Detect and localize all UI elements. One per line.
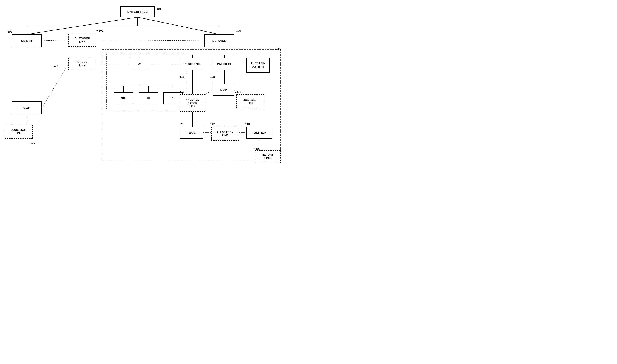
ref-104: 104: [236, 29, 241, 32]
svg-line-7: [96, 40, 204, 41]
communication-link-label: COMMUNI-CATIONLINK: [186, 99, 199, 108]
ref-109: ~ 109: [273, 47, 280, 51]
ref-112: 112: [210, 122, 215, 126]
ref-101: 101: [156, 7, 161, 11]
communication-link-box: COMMUNI-CATIONLINK: [179, 94, 205, 112]
tool-label: TOOL: [187, 131, 196, 134]
report-link-label: REPORTLINK: [262, 153, 273, 160]
svg-line-33: [42, 64, 68, 108]
ref-107: 107: [53, 64, 58, 67]
successor-link-left-label: SUCCESSORLINK: [11, 129, 27, 135]
successor-link-right-label: SUCCESSORLINK: [243, 98, 258, 104]
process-box: PROCESS: [213, 58, 236, 70]
tool-box: TOOL: [179, 127, 203, 139]
report-link-box: REPORTLINK: [255, 150, 281, 163]
svg-line-1: [137, 17, 219, 34]
successor-link-left-box: SUCCESSORLINK: [5, 125, 33, 139]
enterprise-label: ENTERPRISE: [127, 10, 148, 13]
organization-label: ORGANI-ZATION: [251, 61, 265, 69]
ref-102: ~ 102: [96, 29, 103, 32]
request-link-box: REQUESTLINK: [68, 58, 96, 70]
ref-108: 108: [210, 75, 215, 78]
position-label: POSITION: [251, 131, 267, 134]
ref-111: 111: [180, 75, 184, 78]
sri-label: SRI: [121, 97, 126, 100]
resource-box: RESOURCE: [179, 58, 205, 70]
successor-link-right-box: SUCCESSORLINK: [236, 94, 264, 108]
sop-box: SOP: [213, 84, 234, 96]
ref-120: ~ 120: [253, 147, 260, 151]
organization-box: ORGANI-ZATION: [246, 58, 270, 73]
ref-118: 118: [236, 90, 241, 93]
ref-119: 119: [180, 90, 184, 93]
allocation-link-box: ALLOCATIONLINK: [211, 127, 239, 141]
ref-103: 103: [8, 30, 12, 33]
customer-link-label: CUSTOMERLINK: [75, 37, 90, 44]
svg-line-26: [234, 90, 236, 94]
client-box: CLIENT: [12, 34, 42, 47]
ref-110: 110: [245, 122, 250, 126]
ref-121: 121: [179, 122, 184, 126]
client-label: CLIENT: [21, 39, 33, 42]
wi-box: WI: [129, 58, 151, 70]
ci-label: CI: [172, 97, 175, 100]
wi-label: WI: [138, 62, 142, 66]
service-box: SERVICE: [204, 34, 234, 47]
svg-line-0: [27, 17, 137, 34]
sop-label: SOP: [220, 88, 227, 91]
customer-link-box: CUSTOMERLINK: [68, 34, 96, 47]
ei-label: EI: [147, 97, 150, 100]
diagram: ENTERPRISE 101 CLIENT 103 CUSTOMERLINK ~…: [0, 0, 308, 182]
sri-box: SRI: [114, 92, 133, 104]
cop-label: COP: [23, 106, 30, 110]
ref-105: ~ 105: [28, 141, 35, 144]
service-label: SERVICE: [212, 39, 226, 42]
cop-box: COP: [12, 101, 42, 114]
process-label: PROCESS: [217, 62, 233, 66]
request-link-label: REQUESTLINK: [76, 61, 89, 67]
allocation-link-label: ALLOCATIONLINK: [217, 130, 233, 137]
enterprise-box: ENTERPRISE: [120, 6, 155, 17]
resource-label: RESOURCE: [183, 62, 201, 66]
svg-line-25: [205, 90, 213, 94]
svg-line-6: [42, 40, 68, 41]
position-box: POSITION: [246, 127, 272, 139]
ei-box: EI: [139, 92, 158, 104]
